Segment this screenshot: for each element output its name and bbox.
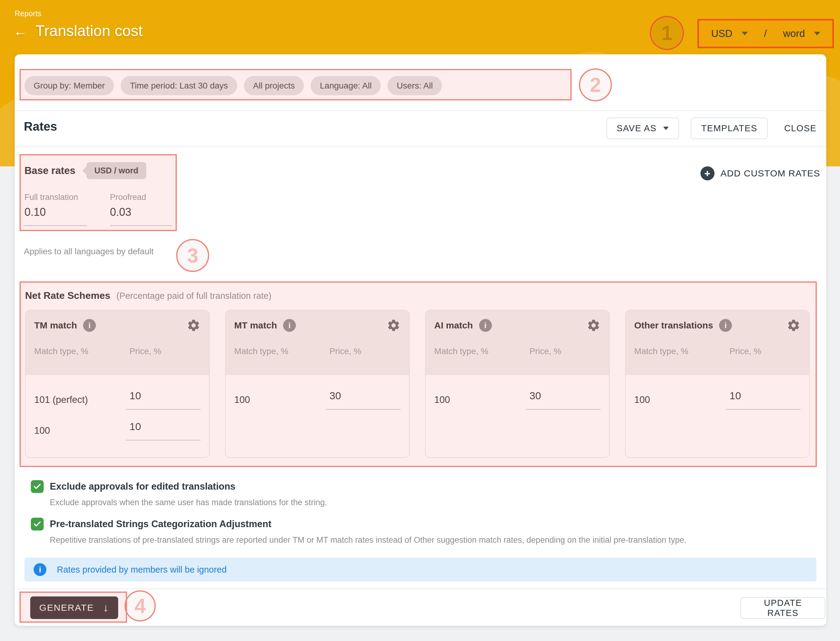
info-icon[interactable]: i — [719, 319, 732, 332]
match-type-value: 100 — [234, 395, 326, 410]
option-row: Exclude approvals for edited translation… — [31, 480, 687, 507]
match-type-value: 100 — [634, 395, 726, 410]
breadcrumb[interactable]: Reports — [15, 9, 42, 18]
checkbox-checked[interactable] — [31, 518, 44, 530]
card-body: 10010 — [626, 390, 809, 410]
close-button[interactable]: CLOSE — [779, 123, 821, 134]
checkbox-checked[interactable] — [31, 480, 44, 493]
rate-row: 10030 — [426, 390, 609, 410]
card-header: Other translationsiMatch type, %Price, % — [626, 311, 809, 375]
divider — [15, 588, 826, 589]
net-rate-card: Other translationsiMatch type, %Price, %… — [625, 310, 810, 458]
input-underline — [726, 409, 801, 410]
filter-chip[interactable]: All projects — [244, 76, 304, 95]
price-input[interactable]: 10 — [126, 390, 201, 402]
templates-button[interactable]: TEMPLATES — [691, 118, 767, 139]
card-header: AI matchiMatch type, %Price, % — [426, 311, 609, 375]
input-underline — [24, 225, 87, 226]
unit-dropdown[interactable]: word — [783, 28, 820, 39]
card-title: AI match — [434, 320, 473, 330]
option-description: Repetitive translations of pre-translate… — [50, 535, 687, 545]
base-rates-section: Base rates USD / word Full translation0.… — [20, 155, 176, 230]
price-field: 10 — [126, 420, 201, 440]
price-field: 10 — [726, 390, 801, 410]
rate-input[interactable]: 0.03 — [110, 206, 173, 219]
match-type-value: 101 (perfect) — [34, 395, 126, 410]
card-body: 10030 — [426, 390, 609, 410]
info-banner: i Rates provided by members will be igno… — [24, 558, 816, 581]
option-label: Pre-translated Strings Categorization Ad… — [50, 519, 271, 530]
report-settings-card: Group by: MemberTime period: Last 30 day… — [15, 54, 826, 626]
column-match-type: Match type, % — [634, 346, 729, 356]
chevron-down-icon — [663, 127, 669, 130]
filter-chip[interactable]: Time period: Last 30 days — [121, 76, 237, 95]
column-match-type: Match type, % — [34, 346, 129, 356]
rate-input[interactable]: 0.10 — [24, 206, 87, 219]
option-description: Exclude approvals when the same user has… — [50, 498, 687, 507]
chevron-down-icon — [742, 32, 748, 35]
rate-row: 101 (perfect)10 — [26, 390, 209, 410]
filter-chip[interactable]: Group by: Member — [24, 76, 114, 95]
gear-icon[interactable] — [587, 318, 601, 332]
info-banner-text: Rates provided by members will be ignore… — [57, 565, 227, 575]
base-rate-field: Proofread0.03 — [110, 193, 173, 226]
divider — [15, 111, 826, 111]
save-as-button[interactable]: SAVE AS — [606, 118, 679, 139]
price-input[interactable]: 10 — [126, 420, 201, 433]
price-field: 30 — [526, 390, 601, 410]
rate-field-label: Full translation — [24, 193, 87, 202]
input-underline — [326, 409, 401, 410]
applies-note: Applies to all languages by default — [24, 246, 153, 256]
generate-button[interactable]: GENERATE ↓ — [30, 596, 118, 619]
price-input[interactable]: 30 — [526, 390, 601, 402]
card-header: MT matchiMatch type, %Price, % — [226, 311, 409, 375]
currency-badge: USD / word — [86, 162, 146, 179]
gear-icon[interactable] — [187, 318, 201, 332]
price-field: 30 — [326, 390, 401, 410]
rates-header-actions: SAVE AS TEMPLATES CLOSE — [606, 118, 821, 139]
gear-icon[interactable] — [387, 318, 401, 332]
input-underline — [126, 409, 201, 410]
card-title: TM match — [34, 320, 77, 330]
net-rate-cards: TM matchiMatch type, %Price, %101 (perfe… — [25, 310, 816, 458]
rate-row: 10030 — [226, 390, 409, 410]
price-input[interactable]: 10 — [726, 390, 801, 402]
net-rate-schemes-section: Net Rate Schemes (Percentage paid of ful… — [20, 282, 816, 466]
card-body: 10030 — [226, 390, 409, 410]
rate-field-label: Proofread — [110, 193, 173, 202]
unit-value: word — [783, 28, 805, 39]
card-title: MT match — [234, 320, 277, 330]
card-body: 101 (perfect)1010010 — [26, 390, 209, 440]
net-rate-schemes-title: Net Rate Schemes — [25, 290, 110, 301]
gear-icon[interactable] — [787, 318, 801, 332]
match-type-value: 100 — [434, 395, 526, 410]
info-icon[interactable]: i — [83, 319, 96, 332]
filter-chip[interactable]: Language: All — [311, 76, 381, 95]
info-icon[interactable]: i — [283, 319, 296, 332]
download-arrow-icon: ↓ — [103, 601, 109, 614]
page-title-row: ← Translation cost — [13, 23, 143, 39]
chevron-down-icon — [814, 32, 820, 35]
currency-value: USD — [711, 28, 732, 39]
price-field: 10 — [126, 390, 201, 410]
card-header: TM matchiMatch type, %Price, % — [26, 311, 209, 375]
currency-dropdown[interactable]: USD — [711, 28, 748, 39]
column-price: Price, % — [529, 346, 561, 356]
update-rates-button[interactable]: UPDATE RATES — [740, 597, 825, 619]
plus-icon: + — [700, 166, 714, 180]
net-rate-card: AI matchiMatch type, %Price, %10030 — [425, 310, 610, 458]
report-options: Exclude approvals for edited translation… — [31, 480, 687, 555]
card-title: Other translations — [634, 320, 713, 330]
page-title: Translation cost — [35, 23, 143, 39]
net-rate-card: MT matchiMatch type, %Price, %10030 — [225, 310, 410, 458]
info-icon[interactable]: i — [479, 319, 492, 332]
add-custom-rates-button[interactable]: + ADD CUSTOM RATES — [699, 166, 822, 181]
filter-chip[interactable]: Users: All — [387, 76, 442, 95]
back-arrow-icon[interactable]: ← — [13, 24, 27, 38]
input-underline — [526, 409, 601, 410]
base-rates-title: Base rates — [24, 165, 76, 176]
price-input[interactable]: 30 — [326, 390, 401, 402]
divider — [15, 146, 826, 147]
column-match-type: Match type, % — [434, 346, 529, 356]
net-rate-schemes-subtitle: (Percentage paid of full translation rat… — [116, 291, 271, 301]
